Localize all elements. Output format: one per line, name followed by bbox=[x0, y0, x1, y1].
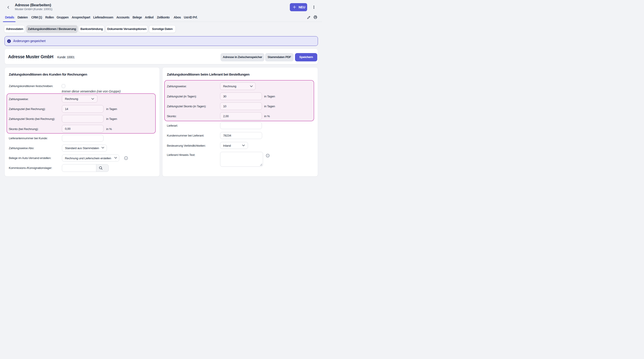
svg-text:i: i bbox=[268, 155, 268, 157]
svg-text:i: i bbox=[126, 157, 126, 159]
